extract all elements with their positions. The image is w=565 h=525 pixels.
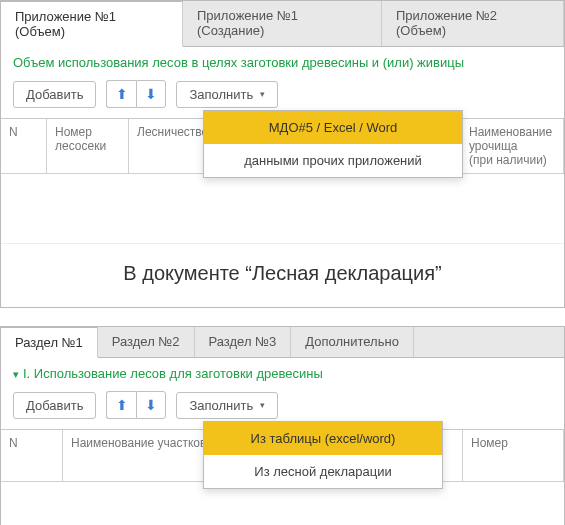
col-tract-name: Наименование урочища (при наличии) [461,119,564,174]
popup-item-other-apps[interactable]: данными прочих приложений [204,144,462,177]
add-button[interactable]: Добавить [13,392,96,419]
chevron-down-icon: ▾ [260,89,265,99]
chevron-down-icon: ▾ [260,400,265,410]
col-tract-line2: урочища [469,139,517,153]
popup-item-from-declaration[interactable]: Из лесной декларации [204,455,442,488]
col-n: N [1,430,63,482]
tabbar-top: Приложение №1 (Объем) Приложение №1 (Соз… [1,1,564,47]
panel-forest-declaration: Приложение №1 (Объем) Приложение №1 (Соз… [0,0,565,308]
tab-app2-volume[interactable]: Приложение №2 (Объем) [382,1,564,46]
fill-button-label: Заполнить [189,87,253,102]
caption-top: В документе “Лесная декларация” [1,244,564,307]
section-title-top: Объем использования лесов в целях загото… [1,47,564,76]
add-button[interactable]: Добавить [13,81,96,108]
arrow-down-icon: ⬇ [145,397,157,413]
toolbar-top: Добавить ⬆ ⬇ Заполнить ▾ МДО#5 / Excel /… [1,76,564,118]
fill-button[interactable]: Заполнить ▾ [176,81,278,108]
popup-item-from-table[interactable]: Из таблицы (excel/word) [204,422,442,455]
tab-section1[interactable]: Раздел №1 [1,327,98,358]
col-number: Номер [463,430,564,482]
col-lot-number: Номер лесосеки [47,119,129,174]
move-down-button[interactable]: ⬇ [136,80,166,108]
tab-app1-creation[interactable]: Приложение №1 (Создание) [183,1,382,46]
fill-button[interactable]: Заполнить ▾ [176,392,278,419]
toolbar-bottom: Добавить ⬆ ⬇ Заполнить ▾ Из таблицы (exc… [1,387,564,429]
tab-additional[interactable]: Дополнительно [291,327,414,357]
grid-body-top[interactable] [1,174,564,244]
fill-button-label: Заполнить [189,398,253,413]
fill-popup: МДО#5 / Excel / Word данными прочих прил… [203,110,463,178]
chevron-down-icon: ▾ [13,368,19,381]
col-tract-line1: Наименование [469,125,552,139]
move-up-button[interactable]: ⬆ [106,80,136,108]
tab-section3[interactable]: Раздел №3 [195,327,292,357]
arrow-up-icon: ⬆ [116,86,128,102]
section-title-bottom[interactable]: ▾I. Использование лесов для заготовки др… [1,358,564,387]
move-up-button[interactable]: ⬆ [106,391,136,419]
arrow-up-icon: ⬆ [116,397,128,413]
section-title-text: I. Использование лесов для заготовки дре… [23,366,323,381]
arrow-down-icon: ⬇ [145,86,157,102]
fill-popup: Из таблицы (excel/word) Из лесной деклар… [203,421,443,489]
tab-app1-volume[interactable]: Приложение №1 (Объем) [1,1,183,47]
tabbar-bottom: Раздел №1 Раздел №2 Раздел №3 Дополнител… [1,327,564,358]
move-down-button[interactable]: ⬇ [136,391,166,419]
panel-usage-report: Раздел №1 Раздел №2 Раздел №3 Дополнител… [0,326,565,525]
popup-item-mdo5[interactable]: МДО#5 / Excel / Word [204,111,462,144]
col-tract-line3: (при наличии) [469,153,547,167]
tab-section2[interactable]: Раздел №2 [98,327,195,357]
col-n: N [1,119,47,174]
